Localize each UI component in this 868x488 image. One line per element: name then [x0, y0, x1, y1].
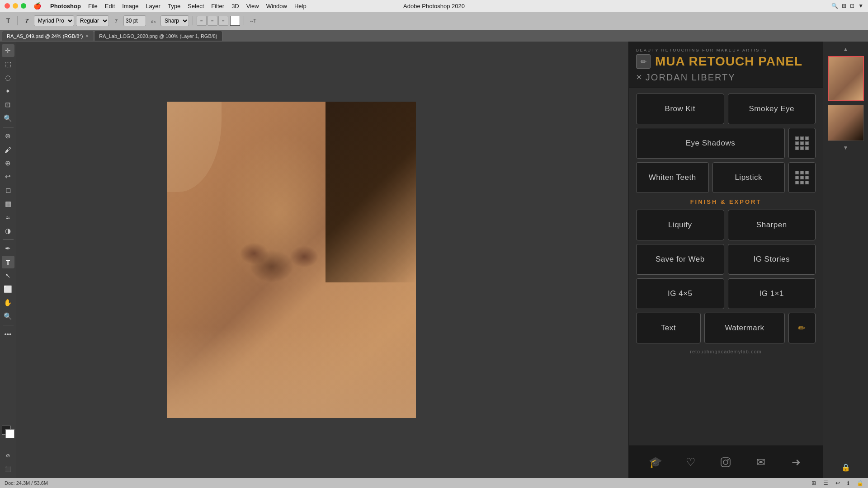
instagram-icon[interactable] — [717, 453, 735, 471]
thumbnail-active[interactable] — [828, 56, 864, 101]
path-select-tool[interactable]: ↖ — [2, 269, 14, 282]
red-button[interactable] — [5, 3, 10, 9]
more-tools[interactable]: ••• — [2, 328, 14, 340]
tool-icon[interactable]: T — [3, 15, 14, 26]
menu-type[interactable]: Type — [168, 3, 180, 9]
search-icon[interactable]: 🔍 — [831, 3, 838, 9]
thumb-nav-down[interactable]: ▼ — [843, 145, 849, 151]
brow-kit-button[interactable]: Brow Kit — [636, 94, 724, 124]
type-icon[interactable]: 𝑻 — [21, 15, 32, 26]
eye-shadows-grid-button[interactable] — [788, 128, 816, 159]
brush-tool[interactable]: 🖌 — [2, 143, 14, 156]
menu-3d[interactable]: 3D — [231, 3, 239, 9]
background-color[interactable] — [5, 429, 14, 438]
font-size-input[interactable] — [123, 15, 146, 26]
ig-1x1-button[interactable]: IG 1×1 — [728, 278, 816, 309]
hand-tool[interactable]: ✋ — [2, 296, 14, 309]
thumbnail-image — [829, 57, 863, 100]
watermark-pen-button[interactable]: ✏ — [788, 313, 816, 343]
sharpen-button[interactable]: Sharpen — [728, 210, 816, 240]
menu-image[interactable]: Image — [122, 3, 138, 9]
eyedropper-tool[interactable]: 🔍 — [2, 112, 14, 125]
menu-view[interactable]: View — [246, 3, 259, 9]
shape-tool[interactable]: ⬜ — [2, 283, 14, 296]
text-button[interactable]: Text — [636, 313, 701, 343]
pen-tool[interactable]: ✒ — [2, 242, 14, 255]
lasso-tool[interactable]: ◌ — [2, 71, 14, 84]
ig-4x5-button[interactable]: IG 4×5 — [636, 278, 724, 309]
align-right-button[interactable]: ≡ — [218, 16, 228, 26]
export-icon[interactable]: ➜ — [787, 453, 805, 471]
apple-menu[interactable]: 🍎 — [33, 2, 41, 9]
education-icon[interactable]: 🎓 — [646, 453, 665, 471]
menu-select[interactable]: Select — [188, 3, 204, 9]
marquee-tool[interactable]: ⬚ — [2, 58, 14, 70]
menu-help[interactable]: Help — [294, 3, 307, 9]
font-family-select[interactable]: Myriad Pro — [34, 15, 74, 26]
info-icon[interactable]: ℹ — [847, 480, 849, 486]
separator — [3, 325, 14, 325]
font-style-select[interactable]: Regular — [76, 15, 109, 26]
history-icon[interactable]: ↩ — [835, 480, 840, 486]
spot-heal-tool[interactable]: ⊛ — [2, 130, 14, 142]
align-left-button[interactable]: ≡ — [197, 16, 207, 26]
move-tool[interactable]: ✛ — [2, 44, 14, 57]
history-brush-tool[interactable]: ↩ — [2, 170, 14, 183]
mua-logo-row: ✏ MUA RETOUCH PANEL — [636, 54, 816, 69]
smokey-eye-button[interactable]: Smokey Eye — [728, 94, 816, 124]
menu-window[interactable]: Window — [266, 3, 287, 9]
zoom-tool[interactable]: 🔍 — [2, 310, 14, 323]
warp-text-icon[interactable]: ⌣T — [248, 15, 259, 26]
menu-layer[interactable]: Layer — [146, 3, 160, 9]
crop-tool[interactable]: ⊡ — [2, 99, 14, 111]
quick-mask-tool[interactable]: ⊘ — [2, 449, 14, 462]
tab-secondary[interactable]: RA_Lab_LOGO_2020.png @ 100% (Layer 1, RG… — [94, 31, 222, 41]
jordan-row: × JORDAN LIBERTY — [636, 71, 816, 83]
blur-tool[interactable]: ≈ — [2, 211, 14, 224]
menu-right-icons: 🔍 ⊞ ⊡ ▼ — [831, 3, 863, 9]
tab-close-icon[interactable]: ✕ — [85, 34, 89, 38]
lock-icon[interactable]: 🔒 — [841, 463, 850, 472]
menu-filter[interactable]: Filter — [211, 3, 224, 9]
history-icon-menu[interactable]: ⊡ — [850, 3, 854, 9]
clone-stamp-tool[interactable]: ⊕ — [2, 157, 14, 169]
dropdown-icon[interactable]: ▼ — [858, 3, 863, 9]
mail-icon[interactable]: ✉ — [752, 453, 770, 471]
thumbnail-secondary[interactable] — [828, 105, 864, 141]
ig-stories-button[interactable]: IG Stories — [728, 244, 816, 275]
save-for-web-button[interactable]: Save for Web — [636, 244, 724, 275]
liquify-button[interactable]: Liquify — [636, 210, 724, 240]
green-button[interactable] — [21, 3, 26, 9]
lipstick-grid-button[interactable] — [788, 162, 816, 193]
thumb-nav-up[interactable]: ▲ — [843, 46, 849, 52]
screen-mode-tool[interactable]: ⬛ — [2, 463, 14, 475]
lipstick-button[interactable]: Lipstick — [712, 162, 785, 193]
dodge-tool[interactable]: ◑ — [2, 225, 14, 237]
menu-app-name[interactable]: Photoshop — [50, 3, 81, 9]
text-color-swatch[interactable] — [230, 16, 240, 26]
mua-header: BEAUTY RETOUCHING FOR MAKEUP ARTISTS ✏ M… — [629, 42, 823, 88]
magic-wand-tool[interactable]: ✦ — [2, 85, 14, 98]
grid-icon-2 — [795, 171, 809, 184]
anti-alias-icon: 𝑎ₐ — [148, 15, 159, 26]
mua-panel: BEAUTY RETOUCHING FOR MAKEUP ARTISTS ✏ M… — [628, 42, 823, 478]
eraser-tool[interactable]: ◻ — [2, 184, 14, 197]
color-picker[interactable] — [2, 426, 14, 438]
type-tool[interactable]: T — [2, 256, 14, 268]
whiten-teeth-button[interactable]: Whiten Teeth — [636, 162, 709, 193]
menu-bar: 🍎PhotoshopFileEditImageLayerTypeSelectFi… — [0, 0, 868, 12]
heart-icon[interactable]: ♡ — [682, 453, 700, 471]
menu-edit[interactable]: Edit — [105, 3, 115, 9]
eye-shadows-button[interactable]: Eye Shadows — [636, 128, 785, 159]
layers-icon[interactable]: ⊞ — [811, 480, 816, 486]
watermark-button[interactable]: Watermark — [704, 313, 785, 343]
align-center-button[interactable]: ≡ — [208, 16, 217, 26]
layers-icon-menu[interactable]: ⊞ — [842, 3, 846, 9]
menu-file[interactable]: File — [88, 3, 98, 9]
tab-active[interactable]: RA_AS_049.psd @ 24% (RGB/8*) ✕ — [2, 31, 94, 41]
yellow-button[interactable] — [13, 3, 18, 9]
anti-alias-select[interactable]: Sharp — [160, 15, 189, 26]
gradient-tool[interactable]: ▦ — [2, 197, 14, 210]
lock-status-icon[interactable]: 🔒 — [857, 480, 863, 486]
channels-icon[interactable]: ☰ — [823, 480, 828, 486]
